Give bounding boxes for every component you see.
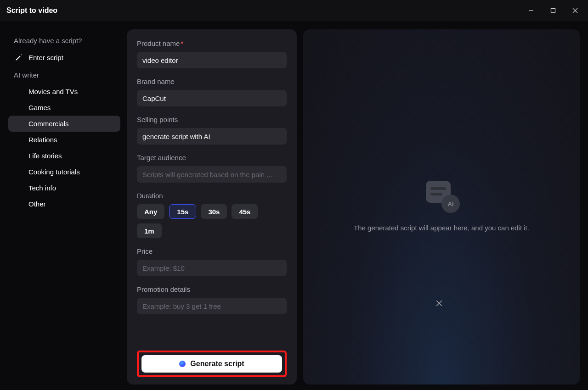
sidebar-item-label: Life stories	[28, 152, 62, 160]
duration-option-45s[interactable]: 45s	[232, 204, 258, 219]
sidebar-item-label: Movies and TVs	[28, 88, 78, 95]
target-audience-input[interactable]	[137, 166, 287, 183]
ai-sparkle-icon	[179, 361, 186, 367]
sidebar-item-other[interactable]: Other	[8, 196, 120, 212]
titlebar: Script to video	[0, 0, 588, 21]
generate-script-label: Generate script	[190, 360, 244, 368]
window-controls	[523, 0, 583, 21]
sidebar-heading-existing: Already have a script?	[8, 31, 120, 49]
product-name-input[interactable]	[137, 52, 287, 68]
close-button[interactable]	[567, 4, 583, 17]
sidebar-item-life-stories[interactable]: Life stories	[8, 148, 120, 164]
sidebar-item-label: Cooking tutorials	[28, 168, 80, 176]
preview-close-button[interactable]	[436, 300, 447, 311]
selling-points-input[interactable]	[137, 128, 287, 145]
selling-points-label: Selling points	[137, 116, 287, 123]
window-title: Script to video	[6, 6, 57, 15]
brand-name-input[interactable]	[137, 90, 287, 106]
target-audience-label: Target audience	[137, 154, 287, 162]
form-panel: Product name* Brand name Selling points …	[127, 29, 297, 384]
generate-script-button[interactable]: Generate script	[141, 355, 282, 373]
brand-name-label: Brand name	[137, 78, 287, 85]
sidebar-item-tech-info[interactable]: Tech info	[8, 180, 120, 196]
duration-option-1m[interactable]: 1m	[137, 223, 162, 238]
maximize-button[interactable]	[545, 4, 561, 17]
sidebar-item-cooking[interactable]: Cooking tutorials	[8, 164, 120, 180]
sidebar-item-commercials[interactable]: Commercials	[8, 116, 120, 132]
sidebar-heading-ai: AI writer	[8, 66, 120, 84]
sidebar-item-label: Relations	[28, 136, 57, 144]
sidebar-item-movies[interactable]: Movies and TVs	[8, 84, 120, 100]
sidebar-item-games[interactable]: Games	[8, 100, 120, 116]
sidebar-item-label: Games	[28, 104, 51, 111]
generate-highlight: Generate script	[137, 351, 287, 377]
duration-option-any[interactable]: Any	[137, 204, 164, 219]
product-name-label: Product name*	[137, 39, 287, 47]
sidebar: Already have a script? Enter script AI w…	[8, 29, 120, 384]
sidebar-item-label: Tech info	[28, 184, 56, 192]
sidebar-item-label: Commercials	[28, 120, 69, 128]
preview-empty-icon: AI	[423, 181, 460, 213]
price-label: Price	[137, 247, 287, 255]
duration-label: Duration	[137, 192, 287, 200]
ai-badge-icon: AI	[441, 195, 460, 213]
duration-option-15s[interactable]: 15s	[169, 204, 196, 219]
sidebar-item-relations[interactable]: Relations	[8, 132, 120, 148]
preview-empty-text: The generated script will appear here, a…	[354, 223, 529, 233]
maximize-icon	[550, 8, 556, 13]
enter-script-label: Enter script	[28, 54, 63, 61]
duration-chips: Any 15s 30s 45s 1m	[137, 204, 287, 238]
pencil-icon	[15, 53, 23, 61]
close-icon	[572, 8, 578, 13]
svg-rect-1	[551, 8, 555, 12]
minimize-button[interactable]	[523, 4, 539, 17]
close-icon	[436, 300, 442, 306]
sidebar-item-label: Other	[28, 200, 46, 208]
duration-option-30s[interactable]: 30s	[201, 204, 227, 219]
promotion-input[interactable]	[137, 298, 287, 314]
promotion-label: Promotion details	[137, 285, 287, 293]
preview-panel: AI The generated script will appear here…	[303, 29, 580, 384]
price-input[interactable]	[137, 260, 287, 276]
minimize-icon	[528, 8, 534, 13]
enter-script-item[interactable]: Enter script	[8, 49, 120, 66]
